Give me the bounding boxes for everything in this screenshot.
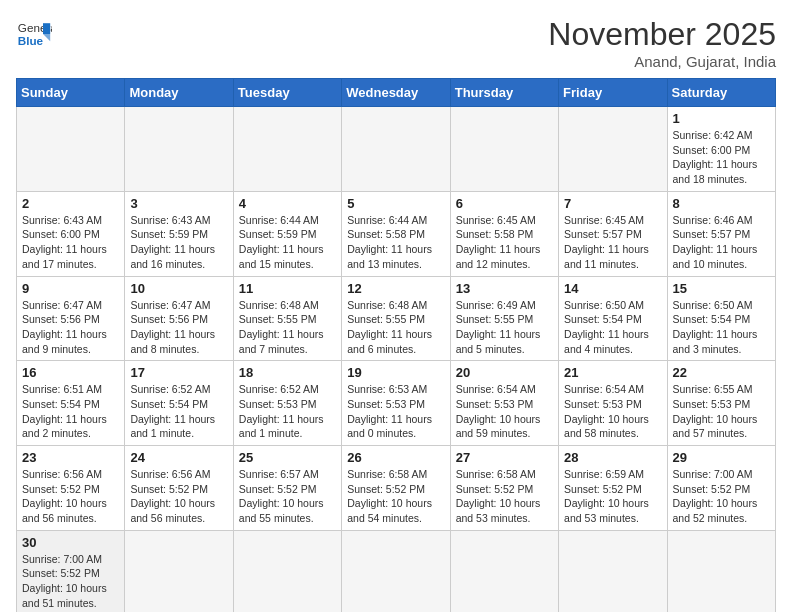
day-number: 19 (347, 365, 444, 380)
calendar-cell: 2Sunrise: 6:43 AM Sunset: 6:00 PM Daylig… (17, 191, 125, 276)
day-number: 6 (456, 196, 553, 211)
calendar-cell-empty (342, 530, 450, 612)
day-info: Sunrise: 6:56 AM Sunset: 5:52 PM Dayligh… (130, 467, 227, 526)
day-info: Sunrise: 6:43 AM Sunset: 5:59 PM Dayligh… (130, 213, 227, 272)
day-number: 16 (22, 365, 119, 380)
day-info: Sunrise: 6:47 AM Sunset: 5:56 PM Dayligh… (130, 298, 227, 357)
day-number: 12 (347, 281, 444, 296)
day-number: 23 (22, 450, 119, 465)
calendar-cell-empty (233, 530, 341, 612)
day-info: Sunrise: 7:00 AM Sunset: 5:52 PM Dayligh… (22, 552, 119, 611)
calendar-cell: 26Sunrise: 6:58 AM Sunset: 5:52 PM Dayli… (342, 446, 450, 531)
calendar-row-1: 1Sunrise: 6:42 AM Sunset: 6:00 PM Daylig… (17, 107, 776, 192)
day-number: 7 (564, 196, 661, 211)
calendar-cell: 29Sunrise: 7:00 AM Sunset: 5:52 PM Dayli… (667, 446, 775, 531)
day-info: Sunrise: 6:47 AM Sunset: 5:56 PM Dayligh… (22, 298, 119, 357)
day-info: Sunrise: 6:51 AM Sunset: 5:54 PM Dayligh… (22, 382, 119, 441)
calendar-cell (233, 107, 341, 192)
day-info: Sunrise: 6:48 AM Sunset: 5:55 PM Dayligh… (239, 298, 336, 357)
day-number: 15 (673, 281, 770, 296)
calendar-row-6: 30Sunrise: 7:00 AM Sunset: 5:52 PM Dayli… (17, 530, 776, 612)
day-info: Sunrise: 6:52 AM Sunset: 5:53 PM Dayligh… (239, 382, 336, 441)
day-info: Sunrise: 6:44 AM Sunset: 5:59 PM Dayligh… (239, 213, 336, 272)
day-info: Sunrise: 6:59 AM Sunset: 5:52 PM Dayligh… (564, 467, 661, 526)
svg-marker-2 (43, 23, 50, 34)
day-number: 25 (239, 450, 336, 465)
logo-icon: General Blue (16, 16, 52, 52)
calendar-cell-empty (125, 530, 233, 612)
day-number: 13 (456, 281, 553, 296)
weekday-header-saturday: Saturday (667, 79, 775, 107)
weekday-header-thursday: Thursday (450, 79, 558, 107)
day-info: Sunrise: 6:54 AM Sunset: 5:53 PM Dayligh… (564, 382, 661, 441)
day-number: 27 (456, 450, 553, 465)
calendar-row-2: 2Sunrise: 6:43 AM Sunset: 6:00 PM Daylig… (17, 191, 776, 276)
day-number: 28 (564, 450, 661, 465)
day-number: 3 (130, 196, 227, 211)
day-number: 22 (673, 365, 770, 380)
day-info: Sunrise: 6:48 AM Sunset: 5:55 PM Dayligh… (347, 298, 444, 357)
day-number: 1 (673, 111, 770, 126)
day-number: 14 (564, 281, 661, 296)
day-number: 4 (239, 196, 336, 211)
day-info: Sunrise: 7:00 AM Sunset: 5:52 PM Dayligh… (673, 467, 770, 526)
calendar-cell: 22Sunrise: 6:55 AM Sunset: 5:53 PM Dayli… (667, 361, 775, 446)
title-block: November 2025 Anand, Gujarat, India (548, 16, 776, 70)
day-number: 30 (22, 535, 119, 550)
svg-text:Blue: Blue (18, 34, 44, 47)
day-number: 24 (130, 450, 227, 465)
day-info: Sunrise: 6:49 AM Sunset: 5:55 PM Dayligh… (456, 298, 553, 357)
calendar-cell-empty (667, 530, 775, 612)
calendar-cell: 23Sunrise: 6:56 AM Sunset: 5:52 PM Dayli… (17, 446, 125, 531)
calendar-cell: 14Sunrise: 6:50 AM Sunset: 5:54 PM Dayli… (559, 276, 667, 361)
day-info: Sunrise: 6:56 AM Sunset: 5:52 PM Dayligh… (22, 467, 119, 526)
calendar-cell: 1Sunrise: 6:42 AM Sunset: 6:00 PM Daylig… (667, 107, 775, 192)
calendar-cell: 25Sunrise: 6:57 AM Sunset: 5:52 PM Dayli… (233, 446, 341, 531)
calendar-row-4: 16Sunrise: 6:51 AM Sunset: 5:54 PM Dayli… (17, 361, 776, 446)
location-subtitle: Anand, Gujarat, India (548, 53, 776, 70)
calendar-cell: 18Sunrise: 6:52 AM Sunset: 5:53 PM Dayli… (233, 361, 341, 446)
calendar-cell (342, 107, 450, 192)
day-number: 8 (673, 196, 770, 211)
calendar-cell: 9Sunrise: 6:47 AM Sunset: 5:56 PM Daylig… (17, 276, 125, 361)
day-info: Sunrise: 6:42 AM Sunset: 6:00 PM Dayligh… (673, 128, 770, 187)
day-info: Sunrise: 6:45 AM Sunset: 5:58 PM Dayligh… (456, 213, 553, 272)
day-number: 26 (347, 450, 444, 465)
weekday-header-friday: Friday (559, 79, 667, 107)
day-info: Sunrise: 6:52 AM Sunset: 5:54 PM Dayligh… (130, 382, 227, 441)
day-info: Sunrise: 6:43 AM Sunset: 6:00 PM Dayligh… (22, 213, 119, 272)
calendar-cell: 30Sunrise: 7:00 AM Sunset: 5:52 PM Dayli… (17, 530, 125, 612)
day-number: 20 (456, 365, 553, 380)
calendar-cell: 17Sunrise: 6:52 AM Sunset: 5:54 PM Dayli… (125, 361, 233, 446)
calendar-cell: 8Sunrise: 6:46 AM Sunset: 5:57 PM Daylig… (667, 191, 775, 276)
day-info: Sunrise: 6:53 AM Sunset: 5:53 PM Dayligh… (347, 382, 444, 441)
page-header: General Blue November 2025 Anand, Gujara… (16, 16, 776, 70)
day-info: Sunrise: 6:44 AM Sunset: 5:58 PM Dayligh… (347, 213, 444, 272)
calendar-cell: 5Sunrise: 6:44 AM Sunset: 5:58 PM Daylig… (342, 191, 450, 276)
day-info: Sunrise: 6:58 AM Sunset: 5:52 PM Dayligh… (456, 467, 553, 526)
calendar-cell: 13Sunrise: 6:49 AM Sunset: 5:55 PM Dayli… (450, 276, 558, 361)
calendar-cell: 16Sunrise: 6:51 AM Sunset: 5:54 PM Dayli… (17, 361, 125, 446)
calendar-cell: 28Sunrise: 6:59 AM Sunset: 5:52 PM Dayli… (559, 446, 667, 531)
weekday-header-tuesday: Tuesday (233, 79, 341, 107)
calendar-cell: 24Sunrise: 6:56 AM Sunset: 5:52 PM Dayli… (125, 446, 233, 531)
calendar-header-row: SundayMondayTuesdayWednesdayThursdayFrid… (17, 79, 776, 107)
day-info: Sunrise: 6:54 AM Sunset: 5:53 PM Dayligh… (456, 382, 553, 441)
month-title: November 2025 (548, 16, 776, 53)
day-info: Sunrise: 6:45 AM Sunset: 5:57 PM Dayligh… (564, 213, 661, 272)
calendar-cell (125, 107, 233, 192)
calendar-cell: 7Sunrise: 6:45 AM Sunset: 5:57 PM Daylig… (559, 191, 667, 276)
calendar-cell (17, 107, 125, 192)
calendar-cell-empty (559, 530, 667, 612)
calendar-cell: 3Sunrise: 6:43 AM Sunset: 5:59 PM Daylig… (125, 191, 233, 276)
calendar-cell (450, 107, 558, 192)
day-number: 17 (130, 365, 227, 380)
day-number: 5 (347, 196, 444, 211)
day-info: Sunrise: 6:50 AM Sunset: 5:54 PM Dayligh… (673, 298, 770, 357)
calendar-table: SundayMondayTuesdayWednesdayThursdayFrid… (16, 78, 776, 612)
calendar-cell: 12Sunrise: 6:48 AM Sunset: 5:55 PM Dayli… (342, 276, 450, 361)
calendar-cell: 11Sunrise: 6:48 AM Sunset: 5:55 PM Dayli… (233, 276, 341, 361)
logo: General Blue (16, 16, 52, 52)
svg-marker-3 (43, 34, 50, 41)
calendar-cell: 10Sunrise: 6:47 AM Sunset: 5:56 PM Dayli… (125, 276, 233, 361)
